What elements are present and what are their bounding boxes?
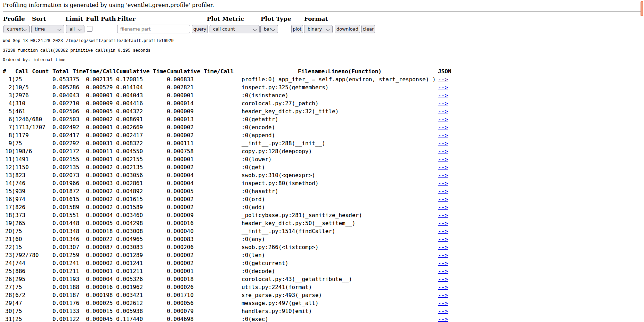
json-link[interactable]: --> xyxy=(438,116,448,123)
json-link[interactable]: --> xyxy=(438,188,448,195)
json-link[interactable]: --> xyxy=(438,196,448,203)
header-cumulative-time: Cumulative Time xyxy=(116,67,167,75)
json-link[interactable]: --> xyxy=(438,92,448,99)
query-button[interactable]: query xyxy=(192,25,208,33)
table-row: 4)3100.0027100.0000090.0044160.000014cor… xyxy=(3,99,459,107)
json-link[interactable]: --> xyxy=(438,308,448,314)
total-time: 0.001346 xyxy=(52,235,86,243)
json-link[interactable]: --> xyxy=(438,124,448,131)
table-row: 2)10/50.0052860.0005290.0141040.002821in… xyxy=(3,83,459,91)
cumulative-time-per-call: 0.000002 xyxy=(167,195,242,203)
table-row: 12)11500.0021350.0000020.0021350.000002:… xyxy=(3,163,459,171)
json-link[interactable]: --> xyxy=(438,276,448,282)
json-link[interactable]: --> xyxy=(438,164,448,171)
chevron-down-icon xyxy=(271,27,275,31)
full-path-checkbox[interactable] xyxy=(87,26,92,32)
json-link[interactable]: --> xyxy=(438,244,448,250)
json-link[interactable]: --> xyxy=(438,292,448,298)
json-link[interactable]: --> xyxy=(438,220,448,226)
json-link[interactable]: --> xyxy=(438,268,448,274)
json-link[interactable]: --> xyxy=(438,84,448,91)
json-link[interactable]: --> xyxy=(438,132,448,139)
filename: :0(isinstance) xyxy=(242,91,438,99)
format-select-value: binary xyxy=(308,26,322,32)
plot-metric-select[interactable]: call count xyxy=(210,25,260,33)
limit-select[interactable]: all xyxy=(66,25,84,33)
total-time: 0.053375 xyxy=(52,75,86,83)
json-link[interactable]: --> xyxy=(438,76,448,83)
row-number: 12) xyxy=(3,163,15,171)
json-link[interactable]: --> xyxy=(438,140,448,147)
cumulative-time: 0.003056 xyxy=(116,171,167,179)
cumulative-time: 0.004892 xyxy=(116,187,167,195)
json-link[interactable]: --> xyxy=(438,148,448,155)
row-number: 29) xyxy=(3,299,15,307)
json-link[interactable]: --> xyxy=(438,260,448,266)
full-path-label: Full Path xyxy=(86,15,116,22)
table-row: 28)6/20.0011870.0001980.0034210.001710sr… xyxy=(3,291,459,299)
time-per-call: 0.000015 xyxy=(86,307,116,315)
json-cell: --> xyxy=(438,155,459,163)
download-button[interactable]: download xyxy=(335,25,360,33)
table-row: 13)8230.0020730.0000030.0030560.000004sw… xyxy=(3,171,459,179)
format-select[interactable]: binary xyxy=(304,25,333,33)
cumulative-time: 0.003083 xyxy=(116,243,167,251)
total-time: 0.001448 xyxy=(52,219,86,227)
json-cell: --> xyxy=(438,315,459,322)
json-link[interactable]: --> xyxy=(438,100,448,107)
row-number: 28) xyxy=(3,291,15,299)
plot-type-select[interactable]: bar xyxy=(260,25,278,33)
row-number: 1) xyxy=(3,75,15,83)
json-cell: --> xyxy=(438,75,459,83)
chevron-down-icon xyxy=(57,27,61,31)
time-per-call: 0.000001 xyxy=(86,123,116,131)
time-per-call: 0.000002 xyxy=(86,203,116,211)
json-cell: --> xyxy=(438,235,459,243)
json-cell: --> xyxy=(438,267,459,275)
filename: __init__.py:288(__init__) xyxy=(242,139,438,147)
json-link[interactable]: --> xyxy=(438,316,448,322)
call-count: 310 xyxy=(15,99,52,107)
json-link[interactable]: --> xyxy=(438,236,448,242)
row-number: 4) xyxy=(3,99,15,107)
json-link[interactable]: --> xyxy=(438,156,448,163)
sort-select[interactable]: time xyxy=(31,25,64,33)
filter-input[interactable] xyxy=(117,25,190,33)
total-time: 0.002172 xyxy=(52,147,86,155)
json-link[interactable]: --> xyxy=(438,204,448,210)
plot-type-select-value: bar xyxy=(264,26,271,32)
table-row: 22)150.0013070.0000870.0030830.000206swo… xyxy=(3,243,459,251)
json-link[interactable]: --> xyxy=(438,108,448,115)
cumulative-time: 0.004965 xyxy=(116,235,167,243)
row-number: 7) xyxy=(3,123,15,131)
header-call-count: Call Count xyxy=(15,67,52,75)
json-link[interactable]: --> xyxy=(438,180,448,187)
table-header-row: # Call Count Total Time Time/Call Cumula… xyxy=(3,67,459,75)
call-count: 461 xyxy=(15,107,52,115)
cumulative-time-per-call: 0.000002 xyxy=(167,203,242,211)
filename: copy.py:128(deepcopy) xyxy=(242,147,438,155)
json-link[interactable]: --> xyxy=(438,172,448,179)
cumulative-time-per-call: 0.000111 xyxy=(167,139,242,147)
row-number: 30) xyxy=(3,307,15,315)
plot-button[interactable]: plot xyxy=(291,25,303,33)
call-count: 75 xyxy=(15,307,52,315)
json-cell: --> xyxy=(438,275,459,283)
json-link[interactable]: --> xyxy=(438,300,448,306)
json-link[interactable]: --> xyxy=(438,284,448,290)
cumulative-time-per-call: 0.000005 xyxy=(167,187,242,195)
cumulative-time-per-call: 0.001710 xyxy=(167,291,242,299)
scrollbar-thumb[interactable] xyxy=(641,1,643,16)
clear-button[interactable]: clear xyxy=(361,25,375,33)
filename: :0(decode) xyxy=(242,267,438,275)
profile-stats-table: # Call Count Total Time Time/Call Cumula… xyxy=(3,67,459,322)
json-link[interactable]: --> xyxy=(438,212,448,218)
row-number: 22) xyxy=(3,243,15,251)
cumulative-time-per-call: 0.000013 xyxy=(167,115,242,123)
profile-select[interactable]: current xyxy=(3,25,30,33)
total-time: 0.005286 xyxy=(52,83,86,91)
call-count: 75 xyxy=(15,139,52,147)
json-link[interactable]: --> xyxy=(438,252,448,258)
time-per-call: 0.000045 xyxy=(86,315,116,322)
json-link[interactable]: --> xyxy=(438,228,448,234)
